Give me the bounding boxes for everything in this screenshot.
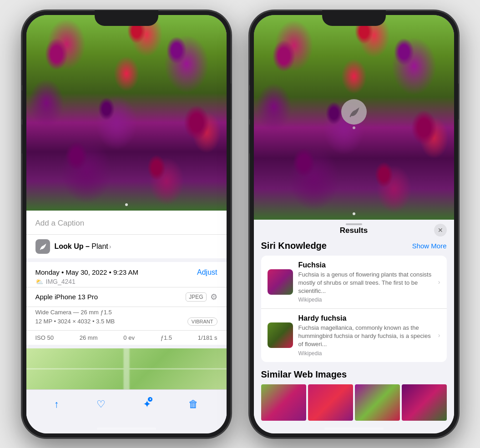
caption-placeholder: Add a Caption (35, 219, 85, 227)
lookup-icon (35, 239, 50, 254)
megapixel-info: 12 MP • 3024 × 4032 • 3.5 MB (35, 318, 115, 325)
exif-row: ISO 50 26 mm 0 ev ƒ1.5 1/181 s (26, 330, 227, 345)
camera-spec-line1: Wide Camera — 26 mm ƒ1.5 (35, 309, 217, 316)
filename-label: IMG_4241 (46, 278, 76, 285)
leaf-icon (39, 242, 47, 251)
fuchsia-thumbnail (268, 269, 293, 295)
siri-header: Siri Knowledge Show More (261, 241, 447, 251)
leaf-bubble-icon (348, 106, 360, 118)
volume-down-right (249, 124, 250, 154)
home-indicator-right[interactable] (324, 428, 384, 430)
lookup-label: Look Up – Plant› (55, 242, 111, 251)
volume-up-right (249, 90, 250, 120)
flower-photo-overlay (26, 15, 227, 211)
page-dot-indicator (125, 203, 128, 206)
results-title: Results (340, 226, 368, 235)
cloud-icon: ⛅ (35, 278, 43, 285)
right-phone: Results ✕ Siri Knowledge Show More Fuchs… (249, 10, 459, 438)
hardy-fuchsia-title: Hardy fuchsia (298, 314, 433, 322)
jpeg-badge: JPEG (186, 292, 206, 302)
hardy-fuchsia-source: Wikipedia (298, 350, 433, 357)
photo-display-left[interactable] (26, 15, 227, 211)
lookup-chevron: › (109, 243, 111, 250)
date-row: Monday • May 30, 2022 • 9:23 AM ⛅ IMG_42… (26, 262, 227, 287)
siri-knowledge-section: Siri Knowledge Show More Fuchsia Fuchsia… (254, 241, 454, 362)
device-row: Apple iPhone 13 Pro JPEG ⚙ (26, 287, 227, 307)
fuchsia-source: Wikipedia (298, 297, 433, 303)
similar-image-1[interactable] (261, 384, 306, 421)
power-button-right (458, 83, 459, 120)
fuchsia-chevron-icon: › (438, 278, 440, 286)
hardy-fuchsia-description: Fuchsia magellanica, commonly known as t… (298, 324, 433, 349)
similar-images-grid (261, 384, 447, 421)
page-dot-right (353, 212, 355, 215)
siri-knowledge-cards: Fuchsia Fuchsia is a genus of flowering … (261, 256, 447, 362)
aperture-value: ƒ1.5 (161, 334, 172, 341)
focal-length: 26 mm (80, 334, 98, 341)
date-info: Monday • May 30, 2022 • 9:23 AM ⛅ IMG_42… (35, 268, 138, 285)
siri-knowledge-title: Siri Knowledge (261, 241, 327, 251)
shutter-speed: 1/181 s (198, 334, 217, 341)
ev-value: 0 ev (123, 334, 135, 341)
share-button[interactable]: ↑ (54, 398, 59, 410)
iso-value: ISO 50 (35, 334, 54, 341)
photo-toolbar: ↑ ♡ ✦ 🗑 (26, 389, 227, 419)
similar-image-2[interactable] (308, 384, 353, 421)
hardy-fuchsia-chevron-icon: › (438, 332, 440, 339)
map-roads-overlay (26, 348, 227, 389)
similar-image-3[interactable] (355, 384, 400, 421)
drag-handle[interactable] (346, 223, 362, 225)
silent-switch-right (249, 70, 250, 86)
volume-down-button (22, 124, 22, 154)
hardy-fuchsia-card-content: Hardy fuchsia Fuchsia magellanica, commo… (298, 314, 433, 357)
caption-field[interactable]: Add a Caption (26, 211, 227, 234)
camera-specs-row: Wide Camera — 26 mm ƒ1.5 12 MP • 3024 × … (26, 307, 227, 330)
results-header: Results ✕ (254, 220, 454, 241)
visual-lookup-bubble[interactable] (341, 99, 367, 125)
format-badges: JPEG ⚙ (186, 292, 217, 302)
power-button (231, 83, 231, 120)
map-preview[interactable] (26, 348, 227, 389)
photo-info-area: Add a Caption Look Up – Plant› Monday • … (26, 211, 227, 433)
siri-card-fuchsia[interactable]: Fuchsia Fuchsia is a genus of flowering … (261, 256, 447, 309)
similar-image-4[interactable] (402, 384, 447, 421)
fuchsia-card-content: Fuchsia Fuchsia is a genus of flowering … (298, 261, 433, 303)
device-name: Apple iPhone 13 Pro (35, 293, 98, 301)
info-badge (147, 397, 153, 402)
info-button-wrapper[interactable]: ✦ (143, 398, 151, 410)
vibrant-badge: VIBRANT (187, 317, 217, 326)
info-badge-dot (150, 398, 151, 400)
left-phone: Add a Caption Look Up – Plant› Monday • … (22, 10, 231, 438)
settings-icon[interactable]: ⚙ (210, 292, 217, 302)
notch-right (322, 10, 386, 26)
favorite-button[interactable]: ♡ (96, 398, 106, 410)
camera-spec-line2: 12 MP • 3024 × 4032 • 3.5 MB VIBRANT (35, 317, 217, 326)
right-phone-screen: Results ✕ Siri Knowledge Show More Fuchs… (254, 15, 454, 433)
siri-card-hardy-fuchsia[interactable]: Hardy fuchsia Fuchsia magellanica, commo… (261, 308, 447, 362)
home-indicator[interactable] (97, 428, 156, 430)
file-row: ⛅ IMG_4241 (35, 278, 138, 285)
adjust-button[interactable]: Adjust (197, 268, 217, 277)
photo-display-right[interactable] (254, 15, 454, 220)
volume-up-button (22, 90, 22, 120)
phones-container: Add a Caption Look Up – Plant› Monday • … (22, 10, 459, 438)
similar-images-section: Similar Web Images (254, 362, 454, 424)
notch (95, 10, 158, 26)
close-button[interactable]: ✕ (434, 224, 447, 237)
bubble-pointer (353, 126, 355, 129)
delete-button[interactable]: 🗑 (188, 398, 198, 410)
fuchsia-title: Fuchsia (298, 261, 433, 269)
show-more-button[interactable]: Show More (412, 242, 447, 250)
hardy-fuchsia-thumbnail (268, 322, 293, 348)
silent-switch (22, 70, 22, 86)
fuchsia-description: Fuchsia is a genus of flowering plants t… (298, 271, 433, 296)
date-text: Monday • May 30, 2022 • 9:23 AM (35, 268, 138, 276)
results-panel: Results ✕ Siri Knowledge Show More Fuchs… (254, 220, 454, 433)
left-phone-screen: Add a Caption Look Up – Plant› Monday • … (26, 15, 227, 433)
similar-images-title: Similar Web Images (261, 369, 447, 380)
look-up-row[interactable]: Look Up – Plant› (26, 234, 227, 258)
